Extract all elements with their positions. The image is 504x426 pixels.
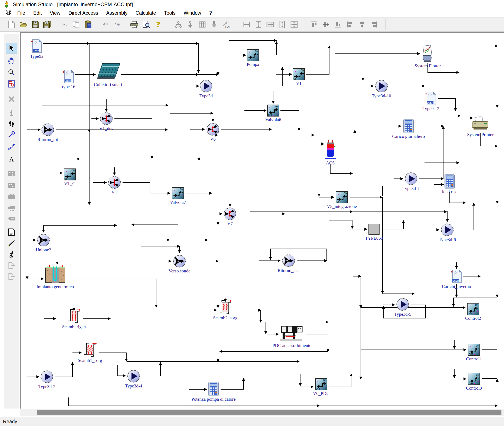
tool-info[interactable] [6,108,17,119]
component-system-plotter[interactable] [421,45,434,63]
save-all-button[interactable] [42,19,53,30]
component-type3d-2[interactable] [40,370,53,383]
tool-block-a[interactable] [6,169,17,179]
component-v1-dev[interactable] [100,112,113,125]
columns-button[interactable] [197,19,208,30]
component-load-risc[interactable] [445,174,455,189]
tool-notes[interactable] [6,227,17,237]
component-v5-integrazione[interactable]: ONOFF [336,191,348,203]
align-center-button[interactable] [357,19,368,30]
tool-block-b[interactable] [6,180,17,191]
component-verso-sonde[interactable] [173,255,186,268]
undo-button[interactable]: ↶ [100,19,111,30]
component-vt-c[interactable]: ONOFF [64,169,76,180]
copy-button[interactable] [71,19,82,30]
component-type3d-7[interactable] [404,172,418,185]
for-wand-button[interactable]: FOR [221,19,232,30]
align-middle-button[interactable] [321,19,332,30]
hierarchy-button[interactable] [173,19,184,30]
menu-calculate[interactable]: Calculate [131,10,160,16]
brush-button[interactable] [209,19,220,30]
cut-button[interactable]: ✂ [59,19,70,30]
component-v7[interactable] [223,207,237,220]
component-type9a[interactable]: USER [31,39,42,53]
component-control3[interactable]: ONOFF [468,373,480,385]
tool-steps[interactable] [6,119,17,130]
tool-text[interactable]: A [6,154,17,165]
component-type3d-10[interactable] [375,79,388,93]
horizontal-scrollbar[interactable] [20,409,504,416]
scrollbar-thumb[interactable] [37,410,501,415]
component-vt[interactable] [108,176,121,189]
component-ritorno-acc[interactable] [282,254,295,267]
tool-select[interactable] [6,43,17,53]
align-top-button[interactable] [309,19,320,30]
fit-height-button[interactable] [253,19,264,30]
menu-window[interactable]: Window [180,10,205,16]
tool-zoom-region[interactable] [6,78,17,89]
component-type3d[interactable] [200,79,213,93]
component-scamb2-sorg[interactable] [218,300,232,315]
component-v6-pdc[interactable]: ONOFF [315,378,327,390]
paste-button[interactable] [83,19,94,30]
tool-zoom[interactable] [6,67,17,78]
component-system-printer[interactable] [471,116,489,131]
download-button[interactable] [185,19,196,30]
component-potenza-pompa[interactable] [209,382,219,396]
tool-pen[interactable] [6,238,17,248]
help-button[interactable]: ? [153,19,164,30]
tool-key[interactable] [6,129,17,140]
tool-export-doc[interactable] [6,260,17,271]
tool-link[interactable] [6,142,17,152]
menu-tools[interactable]: Tools [160,10,180,16]
component-control1[interactable]: ONOFF [468,344,480,356]
component-valvola6[interactable]: ONOFF [267,105,279,116]
component-pompa[interactable]: ONOFF [247,49,259,61]
menu--[interactable]: ? [205,10,216,16]
align-bottom-button[interactable] [333,19,344,30]
component-collettori-solari[interactable] [95,63,121,81]
tool-import-doc[interactable] [6,271,17,282]
component-carichi-inverno[interactable]: USER [451,269,462,283]
tool-pan[interactable] [6,56,17,66]
resize-both-button[interactable] [288,19,300,30]
menu-view[interactable]: View [46,10,64,16]
save-button[interactable] [30,19,41,30]
component-scamb-rigen[interactable] [67,309,81,324]
tool-delete[interactable] [6,94,17,105]
tool-truck-save[interactable] [6,213,17,224]
print-preview-button[interactable] [141,19,152,30]
component-valvola7[interactable]: ONOFF [172,187,184,199]
component-pdc-assorbimento[interactable] [279,324,305,342]
menu-file[interactable]: File [13,10,29,16]
tool-truck[interactable] [6,203,17,214]
component-type3d-5[interactable] [396,298,409,311]
component-type9a-2[interactable]: USER [425,91,436,106]
menu-edit[interactable]: Edit [29,10,46,16]
component-scamb1-sorg[interactable] [83,342,97,357]
fit-width-button[interactable] [241,19,252,30]
menu-assembly[interactable]: Assembly [102,10,131,16]
align-right-button[interactable] [368,19,380,30]
component-carico-giornaliero[interactable] [403,119,414,133]
resize-width-button[interactable] [265,19,276,30]
component-v6[interactable] [206,123,219,136]
align-left-button[interactable] [345,19,356,30]
component-v1[interactable]: ONOFF [293,68,305,80]
component-type3d-6[interactable] [441,223,454,236]
component-type3d-4[interactable] [127,369,140,383]
menu-direct-access[interactable]: Direct Access [64,10,102,16]
tool-run[interactable] [6,249,17,260]
new-button[interactable] [6,19,17,30]
component-type16[interactable]: USER [63,70,74,84]
component-acs[interactable] [325,140,336,160]
component-control2[interactable]: ONOFF [467,303,479,315]
tool-pack[interactable] [6,192,17,202]
open-button[interactable] [18,19,29,30]
component-impianto-geotermico[interactable] [44,265,66,284]
print-button[interactable] [129,19,140,30]
diagram-canvas[interactable]: USERType9aUSERtype 16Collettori solariON… [20,32,504,409]
redo-button[interactable]: ↷ [112,19,123,30]
component-unione2[interactable] [37,234,50,247]
component-type860[interactable] [368,223,380,235]
